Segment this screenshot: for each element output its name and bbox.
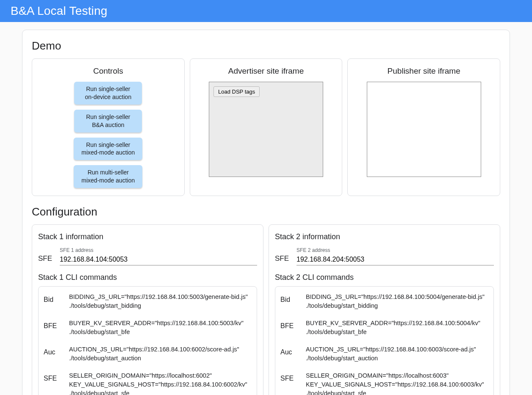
- cli-val: BIDDING_JS_URL="https://192.168.84.100:5…: [69, 293, 248, 310]
- cli-val: SELLER_ORIGIN_DOMAIN="https://localhost:…: [69, 371, 247, 395]
- demo-section-title: Demo: [32, 39, 500, 52]
- stack-1-sfe-row: SFE SFE 1 address: [38, 247, 257, 265]
- stack-2-sfe-row: SFE SFE 2 address: [275, 247, 494, 265]
- stack-2-cli-card: Bid BIDDING_JS_URL="https://192.168.84.1…: [275, 286, 494, 395]
- controls-panel-title: Controls: [93, 66, 123, 76]
- cli-key: SFE: [280, 371, 297, 382]
- run-single-seller-ba-button[interactable]: Run single-seller B&A auction: [74, 110, 142, 133]
- stack-1-addr-input[interactable]: [60, 254, 257, 265]
- cli-val: BUYER_KV_SERVER_ADDR="https://192.168.84…: [69, 319, 244, 337]
- load-dsp-tags-button[interactable]: Load DSP tags: [213, 86, 260, 97]
- stack-2-cli-bid: Bid BIDDING_JS_URL="https://192.168.84.1…: [280, 293, 488, 310]
- page-header: B&A Local Testing: [0, 0, 532, 22]
- stack-1-cli-auc: Auc AUCTION_JS_URL="https://192.168.84.1…: [44, 345, 252, 363]
- stack-1-cli-bfe: BFE BUYER_KV_SERVER_ADDR="https://192.16…: [44, 319, 252, 337]
- config-section-title: Configuration: [32, 205, 500, 218]
- controls-panel: Controls Run single-seller on-device auc…: [32, 58, 185, 196]
- publisher-panel: Publisher site iframe: [347, 58, 500, 196]
- advertiser-iframe: Load DSP tags: [209, 82, 323, 177]
- stack-1-card: Stack 1 information SFE SFE 1 address St…: [32, 224, 263, 395]
- stack-2-sfe-label: SFE: [275, 254, 289, 265]
- config-row: Stack 1 information SFE SFE 1 address St…: [32, 224, 500, 395]
- advertiser-panel-title: Advertiser site iframe: [228, 66, 304, 76]
- main-card: Demo Controls Run single-seller on-devic…: [22, 30, 510, 395]
- stack-2-card: Stack 2 information SFE SFE 2 address St…: [269, 224, 500, 395]
- page-title: B&A Local Testing: [11, 4, 108, 17]
- demo-row: Controls Run single-seller on-device auc…: [32, 58, 500, 196]
- cli-val: SELLER_ORIGIN_DOMAIN="https://localhost:…: [306, 371, 484, 395]
- stack-1-cli-card: Bid BIDDING_JS_URL="https://192.168.84.1…: [38, 286, 257, 395]
- stack-2-cli-title: Stack 2 CLI commands: [275, 273, 494, 282]
- stack-1-cli-bid: Bid BIDDING_JS_URL="https://192.168.84.1…: [44, 293, 252, 310]
- cli-key: Auc: [44, 345, 61, 356]
- cli-val: BIDDING_JS_URL="https://192.168.84.100:5…: [306, 293, 485, 310]
- stack-1-info-title: Stack 1 information: [38, 232, 257, 241]
- stack-2-info-title: Stack 2 information: [275, 232, 494, 241]
- stack-2-addr-input[interactable]: [296, 254, 494, 265]
- advertiser-panel: Advertiser site iframe Load DSP tags: [190, 58, 343, 196]
- cli-val: AUCTION_JS_URL="https://192.168.84.100:6…: [69, 345, 239, 363]
- cli-val: BUYER_KV_SERVER_ADDR="https://192.168.84…: [306, 319, 480, 337]
- cli-key: BFE: [280, 319, 297, 330]
- stack-1-addr-label: SFE 1 address: [60, 247, 257, 253]
- publisher-panel-title: Publisher site iframe: [388, 66, 460, 76]
- run-multi-seller-mixed-button[interactable]: Run multi-seller mixed-mode auction: [74, 165, 142, 188]
- stack-2-cli-auc: Auc AUCTION_JS_URL="https://192.168.84.1…: [280, 345, 488, 363]
- run-single-seller-on-device-button[interactable]: Run single-seller on-device auction: [74, 82, 142, 105]
- cli-key: Bid: [44, 293, 61, 304]
- cli-key: Bid: [280, 293, 297, 304]
- stack-2-addr-label: SFE 2 address: [296, 247, 494, 253]
- run-single-seller-mixed-button[interactable]: Run single-seller mixed-mode auction: [74, 138, 142, 160]
- cli-key: SFE: [44, 371, 61, 382]
- stack-2-cli-sfe: SFE SELLER_ORIGIN_DOMAIN="https://localh…: [280, 371, 488, 395]
- stack-1-sfe-label: SFE: [38, 254, 52, 265]
- stack-2-cli-bfe: BFE BUYER_KV_SERVER_ADDR="https://192.16…: [280, 319, 488, 337]
- controls-button-stack: Run single-seller on-device auction Run …: [74, 82, 142, 188]
- cli-val: AUCTION_JS_URL="https://192.168.84.100:6…: [306, 345, 476, 363]
- cli-key: BFE: [44, 319, 61, 330]
- stack-1-cli-sfe: SFE SELLER_ORIGIN_DOMAIN="https://localh…: [44, 371, 252, 395]
- stack-1-cli-title: Stack 1 CLI commands: [38, 273, 257, 282]
- publisher-iframe: [367, 82, 481, 177]
- cli-key: Auc: [280, 345, 297, 356]
